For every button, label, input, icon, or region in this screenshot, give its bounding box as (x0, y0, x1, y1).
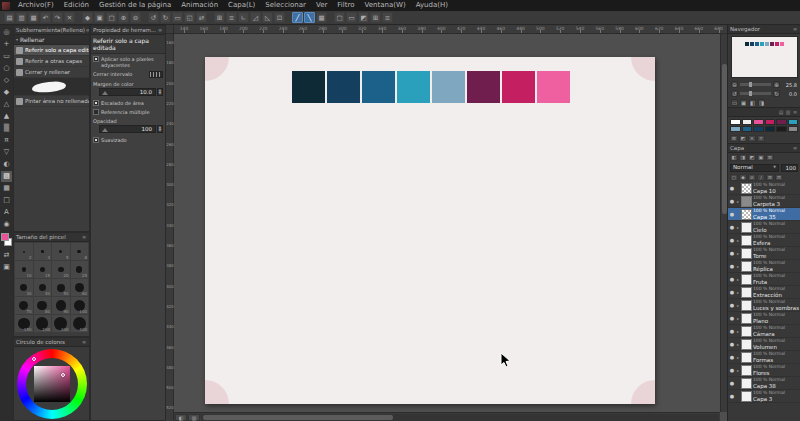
checkbox[interactable] (93, 100, 99, 106)
reset-view-icon[interactable]: ◨ (758, 99, 765, 106)
visibility-eye-icon[interactable]: ● (729, 237, 735, 243)
snap-to-grid-icon[interactable]: ▦ (316, 12, 327, 23)
brush-size-100[interactable]: 100 (71, 297, 89, 314)
color-chip-3[interactable] (765, 119, 776, 125)
brush-size-70[interactable]: 70 (15, 297, 33, 314)
zoom-in-icon[interactable]: ⊕ (118, 12, 129, 23)
subtool-item-2[interactable]: Referir a otras capas (14, 56, 89, 67)
visibility-eye-icon[interactable]: ● (729, 198, 735, 204)
rotate-slider-thumb[interactable] (749, 91, 752, 96)
visibility-eye-icon[interactable]: ● (729, 185, 735, 191)
layer-opacity-value[interactable]: 100 (781, 164, 798, 172)
brush-size-300[interactable]: 300 (52, 315, 70, 332)
expand-selection-icon[interactable]: ⊞ (370, 12, 381, 23)
blend-tool-icon[interactable]: ◐ (1, 159, 12, 170)
layer-effect-icon-3[interactable]: ▣ (757, 154, 765, 161)
delete-color-icon[interactable]: ✕ (748, 135, 756, 142)
layer-effect-icon-0[interactable]: ◧ (730, 154, 738, 161)
operation-tool-icon[interactable]: ◎ (1, 27, 12, 38)
brush-size-20[interactable]: 20 (52, 261, 70, 278)
open-file-icon[interactable]: ▥ (16, 12, 27, 23)
rotate-left-icon[interactable]: ↺ (148, 12, 159, 23)
brush-size-400[interactable]: 400 (71, 315, 89, 332)
panel-menu-icon[interactable]: ≡ (792, 145, 798, 151)
color-chip-1[interactable] (742, 119, 753, 125)
visibility-eye-icon[interactable]: ● (729, 250, 735, 256)
brush-size-200[interactable]: 200 (34, 315, 52, 332)
text-tool-icon[interactable]: A (1, 207, 12, 218)
layer-row-10[interactable]: ●▸100 % NormalPlano (728, 312, 800, 325)
layer-effect-icon-1[interactable]: ◨ (739, 154, 747, 161)
horizontal-scrollbar-thumb[interactable] (203, 415, 393, 420)
panel-menu-icon[interactable]: ≡ (81, 234, 87, 240)
expand-arrow-icon[interactable]: ▸ (736, 316, 740, 321)
color-chip-4[interactable] (776, 119, 787, 125)
expand-arrow-icon[interactable]: ▸ (736, 342, 740, 347)
layer-lock-icon-3[interactable]: ∕ (757, 174, 765, 181)
flip-view-icon[interactable]: ◧ (749, 99, 756, 106)
panel-menu-icon[interactable]: ≡ (81, 339, 87, 345)
canvas-area[interactable]: 1401601802002202402602803003203403603804… (166, 25, 727, 421)
color-wheel[interactable] (17, 349, 87, 419)
expand-arrow-icon[interactable]: ▸ (736, 264, 740, 269)
invert-selection-icon[interactable]: ◩ (358, 12, 369, 23)
visibility-eye-icon[interactable]: ● (729, 354, 735, 360)
zoom-in-icon[interactable]: ⊕ (773, 81, 780, 88)
snap-special-icon[interactable]: ◺ (262, 12, 273, 23)
layer-row-5[interactable]: ●▸100 % NormalTorre (728, 247, 800, 260)
color-chip-0[interactable] (730, 119, 741, 125)
actual-pixels-icon[interactable]: ▣ (740, 99, 747, 106)
visibility-eye-icon[interactable]: ● (729, 224, 735, 230)
visibility-eye-icon[interactable]: ● (729, 263, 735, 269)
brush-size-50[interactable]: 50 (52, 279, 70, 296)
new-file-icon[interactable]: ▤ (4, 12, 15, 23)
history-tab-icon[interactable]: ▥ (785, 109, 791, 115)
brush-size-30[interactable]: 30 (15, 279, 33, 296)
expand-arrow-icon[interactable]: ▸ (736, 368, 740, 373)
pen-tool-icon[interactable]: ◆ (1, 87, 12, 98)
delete-icon[interactable]: ✕ (64, 12, 75, 23)
palette-tab-icon[interactable]: ▤ (778, 109, 784, 115)
ruler-toggle-icon[interactable]: ∟ (238, 12, 249, 23)
rotate-slider[interactable] (740, 92, 771, 95)
layer-row-1[interactable]: ●▸100 % NormalCarpeta 3 (728, 195, 800, 208)
layer-effect-icon-2[interactable]: ◩ (748, 154, 756, 161)
lasso-tool-icon[interactable]: ○ (1, 63, 12, 74)
expand-arrow-icon[interactable]: ▸ (736, 251, 740, 256)
visibility-eye-icon[interactable]: ● (729, 328, 735, 334)
color-chip-11[interactable] (788, 126, 799, 132)
menu-item-1[interactable]: Edición (59, 0, 94, 11)
fit-window-icon[interactable]: ▭ (731, 99, 738, 106)
fit-screen-icon[interactable]: ▭ (172, 12, 183, 23)
checkbox[interactable] (93, 109, 99, 115)
value-box[interactable]: 100 (99, 125, 156, 133)
visibility-eye-icon[interactable]: ● (729, 211, 735, 217)
undo-icon[interactable]: ↶ (40, 12, 51, 23)
expand-arrow-icon[interactable]: ▸ (736, 355, 740, 360)
snap-to-ruler-icon[interactable]: ╱ (292, 12, 303, 23)
auto-select-tool-icon[interactable]: ◇ (1, 75, 12, 86)
layer-row-0[interactable]: ●100 % NormalCapa 10 (728, 182, 800, 195)
panel-menu-icon[interactable]: ≡ (792, 26, 798, 32)
paste-icon[interactable]: ▢ (106, 12, 117, 23)
brush-size-2[interactable]: 2 (15, 243, 33, 260)
color-chip-7[interactable] (742, 126, 753, 132)
layer-row-8[interactable]: ●▸100 % NormalExtracción (728, 286, 800, 299)
brush-size-60[interactable]: 60 (71, 279, 89, 296)
visibility-eye-icon[interactable]: ● (729, 367, 735, 373)
color-chip-8[interactable] (753, 126, 764, 132)
snap-to-special-ruler-icon[interactable]: ╲ (304, 12, 315, 23)
sv-indicator[interactable] (61, 373, 65, 377)
layer-row-15[interactable]: ●100 % NormalCapa 38 (728, 377, 800, 390)
brush-size-25[interactable]: 25 (71, 261, 89, 278)
layer-row-12[interactable]: ●▸100 % NormalVolumen (728, 338, 800, 351)
eraser-tool-icon[interactable]: ▽ (1, 147, 12, 158)
color-chip-10[interactable] (776, 126, 787, 132)
color-chip-9[interactable] (765, 126, 776, 132)
checkbox[interactable] (93, 56, 99, 62)
subtool-item-1[interactable]: Referir solo a capa editada (14, 45, 89, 56)
subtool-item-3[interactable]: Cerrar y rellenar (14, 67, 89, 78)
sort-color-icon[interactable]: ≡ (757, 135, 765, 142)
visibility-eye-icon[interactable]: ● (729, 276, 735, 282)
visibility-eye-icon[interactable]: ● (729, 341, 735, 347)
